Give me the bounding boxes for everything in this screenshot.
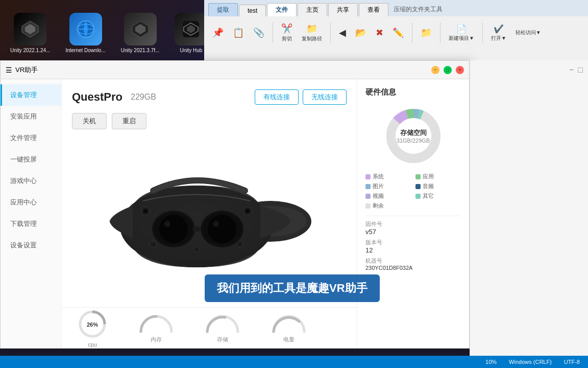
ribbon-clip-btn[interactable]: 📎 (250, 26, 267, 39)
memory-label: 内存 (151, 336, 162, 343)
back-icon: ◀ (339, 27, 346, 38)
legend-photos-dot (365, 184, 371, 189)
version-value: 12 (365, 246, 461, 254)
folder-icon: 📂 (355, 27, 366, 38)
cpu-stat: 26% cpu (77, 309, 108, 348)
ribbon-action-bar: 📌 📋 📎 ✂️ 剪切 📁 复制路径 ◀ 📂 ✖ ✏️ (204, 16, 588, 49)
sidebar-item-device[interactable]: 设备管理 (1, 84, 61, 106)
donut-main-label: 存储空间 (397, 128, 430, 137)
sidebar-item-download[interactable]: 下载管理 (1, 213, 61, 235)
ribbon-new-folder-btn[interactable]: 📁 (418, 26, 435, 39)
legend-remaining-dot (365, 203, 371, 209)
ribbon-new-item-btn[interactable]: 📄 新建项目▼ (446, 23, 477, 43)
vr-body: 设备管理 安装应用 文件管理 一键投屏 游戏中心 应用中心 下载管理 设备设置 … (1, 79, 469, 348)
vr-window-title: VR助手 (15, 65, 38, 75)
restart-btn[interactable]: 重启 (112, 113, 146, 129)
filter-icon[interactable]: ☰ (6, 66, 12, 74)
ribbon-copy-btn[interactable]: 📋 (230, 26, 247, 39)
unity2022-label: Unity 2022.1.24... (10, 48, 50, 54)
newfolder-icon: 📁 (421, 27, 432, 38)
right-panel-content: − □ (470, 60, 588, 84)
desktop-icon-unityhub[interactable]: Unity Hub (175, 13, 207, 54)
legend-apps-dot (415, 174, 421, 179)
storage-stat: 存储 (205, 312, 240, 343)
donut-sub-label: 31GB/229GB (397, 137, 430, 144)
ribbon-quickaccess-btn[interactable]: 轻松访问▼ (512, 28, 544, 37)
ribbon-pin-btn[interactable]: 📌 (209, 26, 227, 39)
right-panel: − □ (470, 60, 588, 356)
sidebar-item-app[interactable]: 应用中心 (1, 192, 61, 213)
unity2021-icon (124, 13, 157, 45)
ribbon-nav-folder[interactable]: 📂 (352, 26, 370, 39)
firmware-value: v57 (365, 228, 461, 236)
maximize-btn[interactable]: □ (444, 66, 452, 74)
shutdown-btn[interactable]: 关机 (72, 113, 107, 129)
tab-home[interactable]: 主页 (298, 3, 327, 16)
sidebar-item-game[interactable]: 游戏中心 (1, 170, 61, 192)
minimize-btn[interactable]: − (431, 66, 439, 74)
svg-point-25 (143, 209, 148, 213)
sidebar-item-install[interactable]: 安装应用 (1, 106, 61, 127)
svg-point-22 (208, 215, 236, 243)
ribbon-sep5 (482, 22, 483, 43)
svg-point-27 (246, 209, 250, 213)
unity2022-icon (14, 13, 46, 45)
hardware-title: 硬件信息 (365, 87, 461, 97)
unity2021-label: Unity 2021.3.7f... (121, 48, 160, 54)
device-storage: 229GB (131, 93, 156, 102)
tab-view[interactable]: 查看 (359, 3, 388, 16)
legend-apps: 应用 (415, 173, 461, 180)
sidebar-item-screen[interactable]: 一键投屏 (1, 149, 61, 170)
ribbon-open-btn[interactable]: ✔️ 打开▼ (488, 23, 509, 43)
device-controls: 关机 重启 (72, 113, 347, 129)
sidebar-item-file[interactable]: 文件管理 (1, 127, 61, 149)
right-minimize-btn[interactable]: − (569, 65, 574, 75)
online-connect-btn[interactable]: 有线连接 (255, 89, 299, 105)
device-header: QuestPro 229GB 有线连接 无线连接 (72, 89, 347, 105)
right-maximize-btn[interactable]: □ (578, 65, 583, 75)
version-label: 版本号 (365, 239, 461, 246)
copy-icon: 📋 (233, 27, 244, 38)
version-row: 版本号 12 (365, 239, 461, 254)
legend-system-dot (365, 174, 371, 179)
ribbon-delete-btn[interactable]: ✖ (373, 26, 386, 39)
wireless-connect-btn[interactable]: 无线连接 (303, 89, 347, 105)
desktop-icon-unity2022[interactable]: Unity 2022.1.24... (10, 13, 50, 54)
vr-titlebar: ☰ VR助手 − □ × (1, 61, 469, 79)
tab-test[interactable]: test (239, 5, 266, 16)
device-actions: 有线连接 无线连接 (255, 89, 347, 105)
ribbon-copypath-btn[interactable]: 📁 复制路径 (299, 22, 325, 43)
legend-photos: 图片 (365, 182, 411, 190)
ribbon-rename-btn[interactable]: ✏️ (389, 26, 407, 39)
legend-audio-dot (415, 184, 421, 189)
open-icon: ✔️ (494, 24, 504, 34)
legend-remaining: 剩余 (365, 202, 411, 210)
machine-value: 230YC01D8F032A (365, 265, 461, 271)
stats-bar: 26% cpu 内存 (62, 307, 357, 348)
status-bar: 10% Windows (CRLF) UTF-8 (0, 356, 588, 368)
zoom-level: 10% (485, 359, 497, 365)
ribbon-cut-btn[interactable]: ✂️ 剪切 (278, 22, 296, 43)
encoding: UTF-8 (564, 359, 580, 365)
close-btn[interactable]: × (456, 66, 464, 74)
ribbon-nav-back[interactable]: ◀ (336, 26, 349, 39)
tab-share[interactable]: 共享 (328, 3, 358, 16)
tab-file[interactable]: 文件 (267, 3, 297, 16)
zip-tools-label: 压缩的文件夹工具 (394, 5, 443, 14)
line-ending: Windows (CRLF) (509, 359, 552, 365)
desktop-icon-internet[interactable]: Internet Downlo... (65, 13, 105, 54)
svg-point-29 (237, 241, 243, 247)
scissors-icon: ✂️ (281, 23, 292, 34)
sidebar-item-settings[interactable]: 设备设置 (1, 235, 61, 256)
machine-row: 机器号 230YC01D8F032A (365, 257, 461, 271)
svg-point-28 (150, 241, 156, 247)
ribbon-sep4 (440, 22, 440, 43)
tab-extract[interactable]: 提取 (208, 3, 238, 16)
vr-headset-illustration (102, 150, 316, 293)
newitem-icon: 📄 (456, 24, 467, 34)
desktop-icon-unity2021[interactable]: Unity 2021.3.7f... (121, 13, 160, 54)
svg-text:26%: 26% (87, 321, 98, 328)
cpu-gauge: 26% (77, 309, 108, 339)
hw-divider1 (365, 216, 461, 216)
firmware-row: 固件号 v57 (365, 220, 461, 236)
